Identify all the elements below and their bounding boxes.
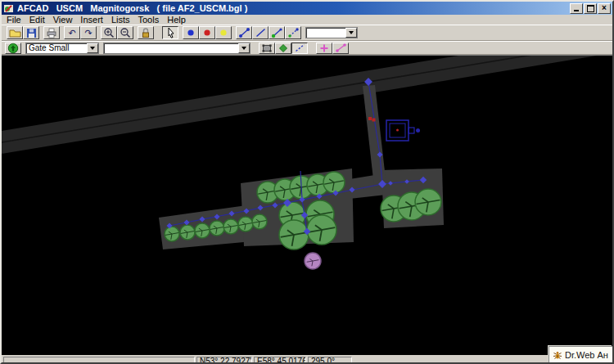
app-icon bbox=[3, 3, 14, 14]
add-node-tool-button[interactable] bbox=[316, 43, 332, 54]
status-bar: N53° 22.7927' E58° 45.0176' 295.0° bbox=[2, 355, 612, 364]
redo-button[interactable]: ↷ bbox=[80, 26, 97, 39]
point-red-tool-button[interactable] bbox=[199, 26, 215, 39]
point-yellow-tool-button[interactable] bbox=[215, 26, 232, 39]
minimize-icon bbox=[574, 10, 579, 11]
selected-node-marker bbox=[372, 119, 376, 122]
tower-center-dot bbox=[396, 129, 399, 132]
redo-icon: ↷ bbox=[84, 29, 92, 38]
print-button[interactable] bbox=[43, 26, 60, 39]
line-dots-tool-button[interactable] bbox=[236, 26, 252, 39]
zoom-in-button[interactable] bbox=[101, 26, 117, 39]
line-green-dot-tool-button[interactable] bbox=[269, 26, 285, 39]
open-button[interactable] bbox=[7, 26, 23, 39]
green-diamond-icon bbox=[278, 43, 289, 54]
zoom-in-icon bbox=[103, 27, 115, 38]
map-canvas[interactable] bbox=[2, 55, 612, 355]
line-dashed-tool-button[interactable] bbox=[285, 26, 301, 39]
gate-type-dropdown[interactable] bbox=[87, 43, 98, 53]
spider-icon bbox=[553, 350, 562, 360]
gate-circle-icon bbox=[7, 43, 19, 54]
gate-type-value: Gate Small bbox=[26, 43, 87, 53]
undo-icon: ↶ bbox=[68, 29, 75, 38]
point-blue-tool-button[interactable] bbox=[183, 26, 199, 39]
main-toolbar: ↶ ↷ bbox=[2, 25, 612, 41]
menu-tools[interactable]: Tools bbox=[134, 15, 164, 25]
maximize-button[interactable] bbox=[584, 3, 597, 14]
menu-edit[interactable]: Edit bbox=[25, 15, 49, 25]
line-dashed-icon bbox=[287, 27, 300, 38]
undo-button[interactable]: ↶ bbox=[64, 26, 80, 39]
blue-dot-icon bbox=[187, 29, 195, 37]
save-floppy-icon bbox=[26, 28, 37, 38]
menu-bar: File Edit View Insert Lists Tools Help bbox=[2, 15, 612, 25]
red-dot-icon bbox=[203, 29, 211, 37]
pink-line-icon bbox=[335, 43, 347, 53]
gate-tool-button[interactable] bbox=[5, 43, 21, 54]
taxiway-name-combo[interactable] bbox=[305, 27, 358, 38]
zoom-out-button[interactable] bbox=[117, 26, 133, 39]
printer-icon bbox=[46, 28, 57, 38]
line-solid-icon bbox=[255, 27, 267, 38]
object-toolbar: Gate Small bbox=[2, 41, 612, 55]
runway-taxiway bbox=[363, 85, 386, 186]
window-controls: × bbox=[569, 3, 611, 14]
menu-help[interactable]: Help bbox=[163, 15, 190, 25]
taxiway-name-value bbox=[306, 28, 345, 38]
menu-view[interactable]: View bbox=[49, 15, 77, 25]
select-tool-button[interactable] bbox=[162, 26, 178, 39]
lock-icon bbox=[140, 27, 151, 38]
close-button[interactable]: × bbox=[598, 3, 611, 14]
airport-map[interactable] bbox=[2, 56, 614, 355]
save-button[interactable] bbox=[23, 26, 39, 39]
window-title: AFCAD USCM Magnitogorsk ( file AF2_USCM.… bbox=[17, 2, 569, 15]
gate-type-combo[interactable]: Gate Small bbox=[25, 43, 99, 54]
status-latitude: N53° 22.7927' bbox=[196, 357, 252, 364]
zoom-out-icon bbox=[120, 27, 131, 38]
title-bar: AFCAD USCM Magnitogorsk ( file AF2_USCM.… bbox=[2, 2, 612, 15]
maximize-icon bbox=[587, 5, 594, 12]
status-message bbox=[3, 357, 195, 364]
drweb-notification[interactable]: Dr.Web Ан bbox=[549, 346, 612, 362]
dashed-blue-line-icon bbox=[294, 43, 306, 53]
object-name-value bbox=[104, 43, 238, 53]
notification-text: Dr.Web Ан bbox=[565, 350, 608, 360]
line-green-dot-icon bbox=[271, 27, 283, 38]
yellow-dot-icon bbox=[219, 29, 228, 37]
lock-button[interactable] bbox=[138, 26, 154, 39]
menu-lists[interactable]: Lists bbox=[107, 15, 134, 25]
object-name-combo[interactable] bbox=[103, 43, 251, 54]
taxiway-combo-dropdown[interactable] bbox=[345, 28, 357, 38]
minimize-button[interactable] bbox=[570, 3, 583, 14]
close-icon: × bbox=[602, 4, 607, 12]
apron-rect-icon bbox=[261, 43, 273, 53]
status-longitude: E58° 45.0176' bbox=[254, 357, 306, 364]
selected-node-marker bbox=[368, 117, 372, 120]
menu-file[interactable]: File bbox=[2, 15, 25, 25]
line-solid-tool-button[interactable] bbox=[252, 26, 269, 39]
runway bbox=[2, 56, 602, 154]
tower-tab bbox=[409, 128, 414, 133]
afcad-window: AFCAD USCM Magnitogorsk ( file AF2_USCM.… bbox=[0, 0, 614, 364]
chevron-down-icon bbox=[242, 47, 246, 50]
spot-tool-button[interactable] bbox=[275, 43, 291, 54]
menu-insert[interactable]: Insert bbox=[76, 15, 107, 25]
line-with-dots-icon bbox=[238, 27, 251, 38]
tower-node bbox=[416, 128, 420, 133]
apron-tool-button[interactable] bbox=[259, 43, 275, 54]
cursor-arrow-icon bbox=[165, 27, 176, 38]
pink-plus-icon bbox=[319, 43, 329, 53]
taxi-line-tool-button[interactable] bbox=[291, 43, 308, 54]
chevron-down-icon bbox=[349, 31, 354, 34]
object-name-dropdown[interactable] bbox=[238, 43, 250, 53]
open-folder-icon bbox=[9, 28, 21, 38]
status-heading: 295.0° bbox=[308, 357, 352, 364]
pink-line-tool-button[interactable] bbox=[332, 43, 349, 54]
chevron-down-icon bbox=[90, 47, 95, 50]
